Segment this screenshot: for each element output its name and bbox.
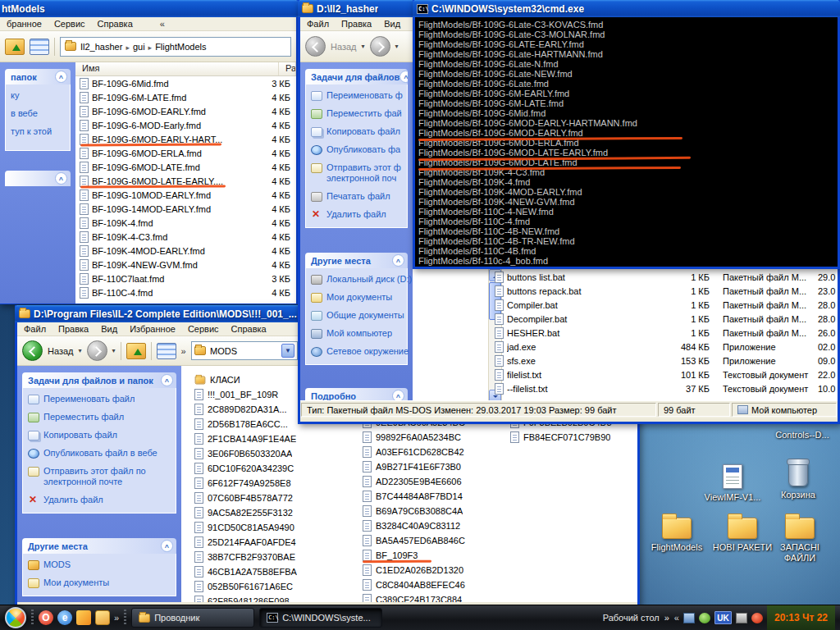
taskbar-button-explorer[interactable]: Проводник: [131, 608, 254, 628]
file-row[interactable]: AD22305E9B4E6606: [363, 474, 515, 489]
task-item[interactable]: Удалить файл: [311, 209, 404, 220]
task-item[interactable]: Сетевое окружение: [311, 346, 404, 357]
file-row[interactable]: B3284C40A9C83112: [363, 518, 515, 533]
file-row[interactable]: BF-109G-6M-LATE.fmd4 КБ: [75, 90, 296, 104]
browser-icon[interactable]: O: [39, 610, 53, 625]
desktop-icon-flightmodels[interactable]: FlightModels: [641, 518, 712, 553]
task-item[interactable]: Мои документы: [28, 578, 172, 588]
desktop-icon-label[interactable]: Корзина: [763, 490, 833, 500]
task-item[interactable]: Переместить фай: [311, 108, 404, 119]
task-item[interactable]: Переименовать файл: [28, 394, 172, 404]
file-row[interactable]: 91CD50C81A5A9490: [194, 520, 347, 535]
up-folder-button[interactable]: [126, 343, 146, 359]
quick-launch-overflow-chevron[interactable]: »: [114, 613, 119, 623]
toolbar-handle[interactable]: [31, 609, 34, 626]
task-item[interactable]: Мои документы: [311, 292, 404, 303]
file-row[interactable]: BF-109G-6MOD-LATE.fmd4 КБ: [75, 160, 296, 174]
ie-icon[interactable]: e: [57, 610, 72, 625]
antivirus-tray-icon[interactable]: [751, 613, 763, 623]
toolbar-overflow-chevron[interactable]: »: [181, 346, 186, 356]
file-row[interactable]: BF-109G-6MOD-ERLA.fmd4 КБ: [75, 146, 296, 160]
pane-section-header[interactable]: папок: [5, 69, 71, 84]
file-row[interactable]: BF-109G-6MOD-EARLY.fmd4 КБ: [75, 104, 296, 118]
desktop-icon-viewimf[interactable]: ViewIMF-V1...: [697, 464, 768, 503]
task-item[interactable]: Опубликовать фа: [311, 144, 404, 155]
column-header-name[interactable]: Имя: [75, 62, 279, 75]
taskbar-clock[interactable]: 20:13 Чт 22: [767, 605, 835, 630]
file-row[interactable]: C8C8404AB8EFEC46: [363, 578, 515, 592]
file-row[interactable]: BA5A457ED6AB846C: [363, 533, 515, 548]
forward-button[interactable]: [87, 340, 107, 361]
desktop-icon-label[interactable]: ЗАПАСНІ ФАЙЛИ: [765, 542, 835, 564]
file-row[interactable]: jad.exe484 КБПриложение02.0: [495, 340, 838, 354]
chevron-up-icon[interactable]: [392, 390, 404, 400]
explorer-icon[interactable]: [95, 610, 110, 625]
file-row[interactable]: BF-109G-6Mid.fmd3 КБ: [75, 76, 296, 90]
file-row[interactable]: BF-109K-4MOD-EARLY.fmd4 КБ: [75, 244, 296, 258]
file-row[interactable]: 2F1CBA14A9F1E4AE: [194, 431, 347, 446]
views-button[interactable]: [157, 343, 176, 359]
task-item[interactable]: Копировать файл: [28, 430, 172, 441]
task-item[interactable]: Отправить этот файл поэлектронной почте: [28, 466, 172, 487]
file-row[interactable]: HESHER.bat1 КБПакетный файл M...26.0: [495, 326, 838, 340]
desktop-icon-label[interactable]: FlightModels: [641, 542, 712, 553]
desktop-icon-zapasni-faily[interactable]: ЗАПАСНІ ФАЙЛИ: [765, 518, 835, 564]
file-row[interactable]: --filelist.txt37 КБТекстовый документ10.…: [495, 381, 838, 395]
menu-item[interactable]: Правка: [341, 19, 372, 29]
media-player-icon[interactable]: [76, 610, 91, 625]
title-bar[interactable]: C:\WINDOWS\system32\cmd.exe: [413, 0, 840, 17]
chevron-up-icon[interactable]: [55, 71, 67, 83]
file-row[interactable]: 46CB1A2A75B8EFBA: [194, 564, 347, 579]
file-row[interactable]: 62F859481286E098: [194, 594, 347, 602]
forward-dropdown-chevron[interactable]: ▾: [112, 347, 116, 354]
pane-section-header[interactable]: Задачи для файлов и папок: [22, 372, 176, 388]
chevron-up-icon[interactable]: [161, 374, 173, 386]
file-row[interactable]: A9B271F41E6F73B0: [363, 459, 515, 474]
desktop-icon-controls[interactable]: Controls--D...: [767, 430, 838, 441]
file-row[interactable]: BF-109G-10MOD-EARLY.fmd4 КБ: [75, 188, 296, 202]
task-item[interactable]: Мой компьютер: [311, 328, 404, 339]
file-row[interactable]: 99892F6A0A5234BC: [363, 430, 515, 445]
file-row[interactable]: C389CF24B173C884: [363, 592, 515, 602]
file-row[interactable]: B7C44484A8F7BD14: [363, 489, 515, 504]
address-combo[interactable]: MODS ▼: [191, 341, 298, 360]
chevron-up-icon[interactable]: [55, 172, 67, 185]
file-row[interactable]: BF_109F3: [363, 548, 515, 563]
menu-item[interactable]: Файл: [24, 324, 46, 334]
menu-item[interactable]: Сервис: [54, 19, 85, 29]
back-button[interactable]: [22, 340, 43, 361]
menu-item[interactable]: Правка: [58, 324, 89, 334]
forward-button[interactable]: [370, 36, 390, 57]
file-row[interactable]: 3E06F0B6503320AA: [194, 446, 347, 461]
breadcrumb-segment[interactable]: FlightModels: [155, 42, 206, 52]
menu-item[interactable]: Вид: [384, 19, 400, 29]
file-row[interactable]: BF-109G-6MOD-LATE-EARLY....4 КБ: [75, 174, 296, 188]
start-button[interactable]: [1, 603, 31, 630]
file-row[interactable]: Compiler.bat1 КБПакетный файл M...28.0: [495, 298, 838, 312]
task-item[interactable]: в вебе: [11, 108, 66, 118]
chevron-up-icon[interactable]: [399, 71, 408, 83]
file-row[interactable]: filelist.txt101 КБТекстовый документ22.0: [495, 368, 838, 381]
toolbar-handle[interactable]: [124, 609, 126, 626]
address-dropdown-button[interactable]: ▼: [281, 344, 294, 358]
pane-section-header[interactable]: Другие места: [22, 538, 176, 554]
chevron-up-icon[interactable]: [161, 540, 173, 552]
file-row[interactable]: 6DC10F620A34239C: [194, 461, 347, 476]
task-item[interactable]: Удалить файл: [28, 495, 172, 505]
desktop-toolbar-chevron[interactable]: »: [664, 613, 669, 623]
back-button-label[interactable]: Назад: [48, 346, 74, 356]
desktop-icon-label[interactable]: Controls--D...: [767, 430, 838, 441]
breadcrumb-segment[interactable]: gui: [133, 42, 145, 52]
task-item[interactable]: туп к этой: [11, 126, 66, 136]
file-row[interactable]: 38B7CFB2F9370BAE: [194, 550, 347, 564]
file-row[interactable]: Decompiler.bat1 КБПакетный файл M...28.0: [495, 312, 838, 326]
desktop-toolbar[interactable]: Рабочий стол »: [603, 613, 669, 623]
file-row[interactable]: sfs.exe153 КБПриложение09.0: [495, 354, 838, 368]
task-item[interactable]: Локальный диск (D:): [311, 274, 404, 285]
back-button[interactable]: [305, 36, 326, 57]
column-header-size[interactable]: Размер: [279, 62, 296, 75]
forward-dropdown-chevron[interactable]: ▾: [395, 43, 399, 50]
views-button[interactable]: [30, 39, 49, 55]
pane-section-header[interactable]: [5, 171, 71, 186]
back-dropdown-chevron[interactable]: ▾: [362, 43, 365, 50]
